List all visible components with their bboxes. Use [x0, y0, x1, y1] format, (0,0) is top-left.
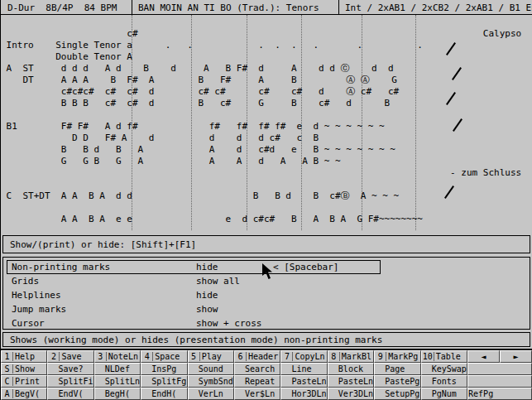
fkey-label: Table: [436, 352, 461, 361]
fkey-label: Save?: [58, 364, 83, 373]
fkey-endh-button[interactable]: EndH(: [141, 388, 187, 400]
setting-label: Cursor: [12, 317, 45, 330]
status-text: Shows (working mode) or hides (presentat…: [10, 335, 382, 345]
function-key-table: 1Help2Save3NoteLn4Space5Play6Header7Copy…: [1, 350, 532, 400]
fkey-label: SplitFg: [151, 377, 186, 386]
fkey-label: EndH(: [151, 389, 176, 398]
fkey-save-button[interactable]: 2Save: [47, 350, 93, 363]
fkey-inspg-button[interactable]: InsPg: [141, 363, 187, 375]
fkey-refpg-button[interactable]: RefPg: [467, 388, 532, 400]
setting-row-cursor[interactable]: Cursorshow + cross: [3, 316, 530, 330]
fkey-label: Page: [385, 364, 405, 373]
fkey-label: BegV(: [15, 389, 40, 398]
fkey-begv-button[interactable]: ABegV(: [1, 388, 47, 400]
fkey-pastepg-button[interactable]: PastePg: [374, 375, 420, 388]
mouse-cursor: [262, 263, 274, 282]
fkey-label: KeySwap: [432, 364, 467, 373]
setting-label: Grids: [12, 275, 39, 287]
fkey-endv-button[interactable]: EndV(: [47, 388, 93, 400]
fkey-label: CopyLn: [295, 352, 324, 361]
fkey-page-button[interactable]: Page: [374, 363, 420, 375]
app-window: D-Dur 8B/4P 84 BPM BAN MOIN AN TI BO (Tr…: [0, 0, 532, 400]
setting-value: show + cross: [196, 317, 261, 330]
fkey-empty-cell: [467, 363, 532, 375]
fkey-prefix: S: [2, 364, 13, 373]
fkey-pasteln-button[interactable]: PasteLn: [280, 375, 327, 388]
setting-value: show: [196, 303, 218, 316]
setting-key-hint: < [Spacebar]: [273, 261, 338, 273]
fkey-nldef-button[interactable]: NLDef: [94, 363, 141, 375]
fkey-label: Print: [15, 377, 40, 386]
fkey-row: ABegV(EndV(BegH(EndH(VerLnVer$LnHor3DLnV…: [1, 388, 532, 400]
fkey-copyln-button[interactable]: 7CopyLn: [280, 350, 327, 363]
header-song-title: BAN MOIN AN TI BO (Trad.): Tenors: [138, 2, 319, 13]
fkey-sound-button[interactable]: Sound: [188, 363, 234, 375]
fkey-label: Help: [15, 352, 35, 361]
fkey-label: Show: [15, 364, 35, 373]
fkey-label: SplitLn: [105, 377, 140, 386]
fkey-line-button[interactable]: Line: [280, 363, 327, 375]
fkey-search-button[interactable]: Search: [234, 363, 280, 375]
fkey-play-button[interactable]: 5Play: [188, 350, 234, 363]
fkey-label: Space: [155, 352, 180, 361]
fkey-splitln-button[interactable]: SplitLn: [94, 375, 141, 388]
fkey-header-button[interactable]: 6Header: [234, 350, 280, 363]
setting-label: Non-printing marks: [12, 261, 110, 273]
setting-row-jump-marks[interactable]: Jump marksshow: [3, 302, 530, 316]
fkey-label: Hor3DLn: [291, 389, 326, 398]
fkey-table-button[interactable]: 10Table: [421, 350, 467, 363]
fkey-prefix: C: [2, 377, 13, 386]
page-right-button[interactable]: ►: [500, 350, 532, 363]
fkey-pgnum-button[interactable]: PgNum: [421, 388, 467, 400]
fkey-fonts-button[interactable]: Fonts: [421, 375, 467, 388]
fkey-label: Search: [245, 364, 275, 373]
setting-label: Jump marks: [12, 303, 66, 316]
fkey-save-button[interactable]: Save?: [47, 363, 93, 375]
fkey-label: NoteLn: [108, 352, 138, 361]
header-form-structure: Int / 2xAB1 / 2xCB2 / 2xAB1 / B1 End: [345, 2, 532, 13]
setting-row-helplines[interactable]: Helplineshide: [3, 288, 530, 302]
fkey-markbl-button[interactable]: 8MarkBl: [328, 350, 374, 363]
fkey-label: Line: [291, 364, 311, 373]
fkey-splitfg-button[interactable]: SplitFg: [141, 375, 187, 388]
fkey-label: SetupPg: [385, 389, 419, 398]
fkey-block-button[interactable]: Block: [328, 363, 374, 375]
fkey-space-button[interactable]: 4Space: [141, 350, 187, 363]
fkey-help-button[interactable]: 1Help: [1, 350, 47, 363]
fkey-label: Save: [61, 352, 81, 361]
fkey-verln-button[interactable]: Ver$Ln: [234, 388, 280, 400]
fkey-prefix: 2: [48, 352, 60, 361]
hint-panel: Show/(print) or hide: [Shift]+[F1]: [2, 235, 530, 253]
fkey-prefix: 9: [375, 352, 386, 361]
fkey-pasteln-button[interactable]: PasteLn: [328, 375, 374, 388]
fkey-markpg-button[interactable]: 9MarkPg: [374, 350, 420, 363]
fkey-repeat-button[interactable]: Repeat: [234, 375, 280, 388]
fkey-setuppg-button[interactable]: SetupPg: [374, 388, 420, 400]
fkey-splitfi-button[interactable]: SplitFi: [47, 375, 93, 388]
fkey-symbsnd-button[interactable]: SymbSnd: [188, 375, 234, 388]
setting-label: Helplines: [12, 289, 61, 301]
header-key-tempo: D-Dur 8B/4P 84 BPM: [7, 2, 117, 13]
score-area[interactable]: c# Calypso Intro Single Tenor a . . . . …: [1, 15, 532, 233]
status-bar: Shows (working mode) or hides (presentat…: [2, 332, 530, 347]
fkey-print-button[interactable]: CPrint: [1, 375, 47, 388]
fkey-label: EndV(: [58, 389, 83, 398]
fkey-begh-button[interactable]: BegH(: [94, 388, 141, 400]
fkey-label: Block: [338, 364, 363, 373]
fkey-hor3dln-button[interactable]: Hor3DLn: [280, 388, 327, 400]
fkey-row: SShowSave?NLDefInsPgSoundSearchLineBlock…: [1, 363, 532, 375]
fkey-prefix: 10: [422, 352, 434, 361]
fkey-label: Sound: [199, 364, 223, 373]
fkey-verln-button[interactable]: VerLn: [188, 388, 234, 400]
fkey-label: InsPg: [151, 364, 176, 373]
setting-row-non-printing-marks[interactable]: Non-printing markshide< [Spacebar]: [7, 260, 381, 274]
page-left-button[interactable]: ◄: [467, 350, 500, 363]
fkey-ver3dln-button[interactable]: Ver3DLn: [328, 388, 374, 400]
fkey-show-button[interactable]: SShow: [1, 363, 47, 375]
fkey-label: PastePg: [385, 377, 419, 386]
fkey-label: VerLn: [199, 389, 223, 398]
fkey-noteln-button[interactable]: 3NoteLn: [94, 350, 141, 363]
fkey-label: NLDef: [105, 364, 130, 373]
fkey-row: CPrintSplitFiSplitLnSplitFgSymbSndRepeat…: [1, 375, 532, 388]
fkey-keyswap-button[interactable]: KeySwap: [421, 363, 467, 375]
